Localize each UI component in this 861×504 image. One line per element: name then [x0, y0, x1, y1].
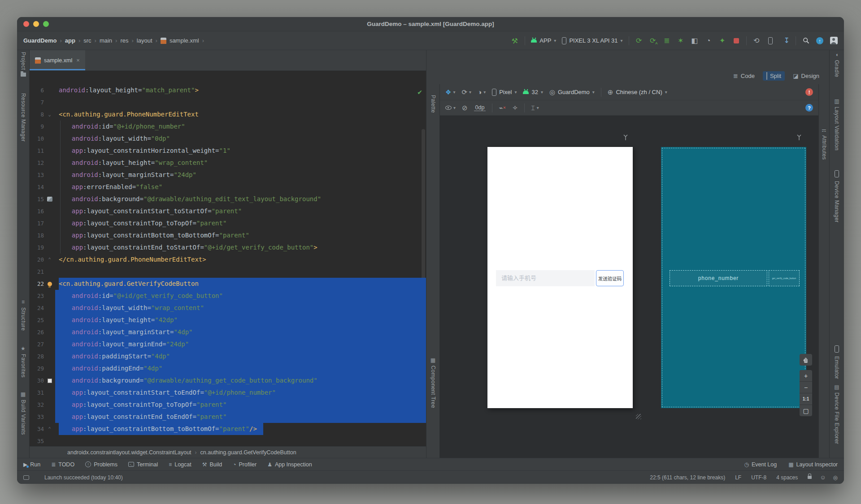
profiler-icon[interactable]: ◔ [704, 36, 713, 46]
code-line[interactable]: 34⌃app:layout_constraintBottom_toBottomO… [30, 423, 426, 435]
code-line[interactable]: 30android:background="@drawable/authing_… [30, 375, 426, 387]
infer-constraints-icon[interactable]: ✧ [512, 104, 518, 112]
code-line[interactable]: 12android:layout_height="wrap_content" [30, 157, 426, 169]
debug-icon[interactable]: ✶ [677, 36, 685, 46]
tab-attributes[interactable]: Attributes [821, 135, 827, 160]
code-line[interactable]: 16app:layout_constraintStart_toStartOf="… [30, 205, 426, 217]
autoconnect-off-icon[interactable]: ⊘ [462, 104, 468, 112]
blueprint-phone-number-box[interactable]: phone_number [670, 270, 767, 286]
sidebar-item-gradle[interactable]: ◖Gradle [830, 52, 844, 77]
api-level-selector[interactable]: 32 ▾ [523, 89, 543, 95]
device-manager-icon[interactable] [766, 36, 774, 46]
indent-setting[interactable]: 4 spaces [776, 474, 798, 481]
code-line[interactable]: 32app:layout_constraintTop_toTopOf="pare… [30, 399, 426, 411]
attach-debugger-icon[interactable]: ◧ [691, 36, 699, 46]
blueprint-preview-screen[interactable]: phone_number get_verify_code_button [661, 147, 806, 408]
code-line[interactable]: 14app:errorEnabled="false" [30, 181, 426, 193]
drawable-preview-icon[interactable] [44, 193, 55, 205]
code-editor[interactable]: ✔ 6android:layout_height="match_parent">… [30, 71, 426, 446]
fold-close-icon[interactable]: ⌃ [44, 423, 55, 435]
breadcrumb-element[interactable]: androidx.constraintlayout.widget.Constra… [67, 449, 191, 456]
sidebar-item-resource-manager[interactable]: Resource Manager [17, 93, 29, 142]
code-line[interactable]: 24android:layout_width="wrap_content" [30, 302, 426, 314]
tab-palette[interactable]: Palette [430, 95, 436, 113]
code-line[interactable]: 22<cn.authing.guard.GetVerifyCodeButton [30, 278, 426, 290]
preview-device-selector[interactable]: Pixel ▾ [492, 89, 517, 96]
toolbar-button-run[interactable]: ▶Run [23, 461, 40, 468]
clear-constraints-icon[interactable]: ⌁✕ [499, 104, 506, 112]
breadcrumb-item[interactable]: GuardDemo [23, 37, 57, 44]
lock-icon[interactable] [808, 476, 812, 479]
apply-code-changes-icon[interactable]: ⟳A [649, 36, 657, 46]
tab-sample-xml[interactable]: sample.xml × [30, 50, 85, 70]
code-line[interactable]: 8⌄<cn.authing.guard.PhoneNumberEditText [30, 108, 426, 121]
build-hammer-icon[interactable]: ⚒ [510, 35, 520, 46]
breadcrumb-item[interactable]: main [100, 37, 112, 44]
breadcrumb-item[interactable]: app [65, 37, 75, 44]
pan-hand-button[interactable] [800, 354, 812, 366]
locale-selector[interactable]: ⊕ Chinese (zh / CN) ▾ [608, 88, 667, 96]
toolbar-button-profiler[interactable]: ◔Profiler [233, 461, 257, 468]
error-badge[interactable]: ! [805, 88, 813, 96]
design-surface[interactable]: 请输入手机号 发送验证码 phone_number get_verify_cod… [440, 116, 818, 458]
breadcrumb-element[interactable]: cn.authing.guard.GetVerifyCodeButton [200, 449, 296, 456]
run-configuration-selector[interactable]: APP ▾ [531, 37, 556, 44]
breadcrumb-item[interactable]: sample.xml [170, 37, 199, 44]
sidebar-item-build-variants[interactable]: ▦Build Variants [17, 392, 29, 435]
toolbar-button-problems[interactable]: !Problems [85, 461, 117, 468]
line-separator[interactable]: LF [735, 474, 741, 481]
resize-handle-icon[interactable] [636, 414, 641, 419]
sidebar-item-device-file-explorer[interactable]: ▤Device File Explorer [830, 384, 844, 444]
fold-open-icon[interactable]: ⌄ [44, 108, 55, 121]
code-line[interactable]: 18app:layout_constraintBottom_toBottomOf… [30, 229, 426, 241]
sidebar-item-project[interactable]: Project [17, 52, 29, 77]
file-encoding[interactable]: UTF-8 [751, 474, 766, 481]
design-preview-screen[interactable]: 请输入手机号 发送验证码 [487, 147, 633, 408]
breadcrumb-item[interactable]: res [120, 37, 128, 44]
sdk-manager-icon[interactable]: ↧ [780, 36, 790, 46]
code-line[interactable]: 33app:layout_constraintEnd_toEndOf="pare… [30, 411, 426, 423]
blueprint-get-code-box[interactable]: get_verify_code_button [769, 270, 800, 286]
code-line[interactable]: 31app:layout_constraintStart_toEndOf="@+… [30, 387, 426, 399]
caret-position[interactable]: 22:5 (611 chars, 12 line breaks) [650, 474, 725, 481]
code-line[interactable]: 21 [30, 266, 426, 278]
phone-number-input-preview[interactable]: 请输入手机号 [496, 270, 595, 286]
toolbar-button-layout-inspector[interactable]: ▦Layout Inspector [788, 461, 838, 468]
intention-bulb-icon[interactable] [44, 278, 55, 290]
color-swatch-icon[interactable] [44, 375, 55, 387]
zoom-to-fit-button[interactable]: ▢ [800, 405, 812, 416]
code-line[interactable]: 19app:layout_constraintEnd_toStartOf="@+… [30, 241, 426, 254]
code-line[interactable]: 27android:layout_marginEnd="24dp" [30, 338, 426, 350]
default-margin-selector[interactable]: 0dp [474, 104, 486, 111]
help-badge[interactable]: ? [805, 104, 813, 112]
orientation-icon[interactable]: ⟳▾ [461, 88, 471, 96]
code-line[interactable]: 9android:id="@+id/phone_number" [30, 121, 426, 133]
ide-update-icon[interactable]: ↑ [816, 36, 824, 46]
code-line[interactable]: 10android:layout_width="0dp" [30, 133, 426, 145]
mode-tab-design[interactable]: ◪Design [789, 71, 823, 81]
breadcrumb-item[interactable]: src [83, 37, 91, 44]
breadcrumb-item[interactable]: layout [137, 37, 152, 44]
toolbar-button-terminal[interactable]: >_Terminal [128, 461, 158, 468]
sidebar-item-favorites[interactable]: ★Favorites [17, 346, 29, 378]
mode-tab-split[interactable]: Split [763, 71, 785, 81]
run-restart-icon[interactable]: ⟳ [635, 36, 643, 46]
code-line[interactable]: 26android:layout_marginStart="4dp" [30, 326, 426, 338]
gradle-sync-icon[interactable]: ⟲ [752, 36, 761, 46]
stop-icon[interactable] [732, 36, 740, 46]
close-tab-icon[interactable]: × [76, 57, 80, 64]
zoom-ratio-button[interactable]: 1:1 [800, 393, 812, 405]
code-line[interactable]: 25android:layout_height="42dp" [30, 314, 426, 326]
fold-close-icon[interactable]: ⌃ [44, 254, 55, 266]
profile-startup-icon[interactable]: ✦ [718, 36, 726, 46]
pack-align-icon[interactable]: ⌶▾ [531, 104, 539, 112]
sidebar-item-layout-validation[interactable]: ▥Layout Validation [830, 99, 844, 151]
tab-component-tree[interactable]: Component Tree [430, 366, 436, 408]
code-line[interactable]: 28android:paddingStart="4dp" [30, 350, 426, 362]
toolbar-button-app-inspection[interactable]: ♟App Inspection [267, 461, 312, 468]
toolbar-button-event-log[interactable]: ◷Event Log [744, 461, 777, 468]
night-mode-icon[interactable]: ◑▾ [478, 88, 486, 96]
sidebar-item-emulator[interactable]: Emulator [830, 345, 844, 379]
code-line[interactable]: 15android:background="@drawable/authing_… [30, 193, 426, 205]
device-selector[interactable]: PIXEL 3 XL API 31 ▾ [562, 37, 622, 44]
